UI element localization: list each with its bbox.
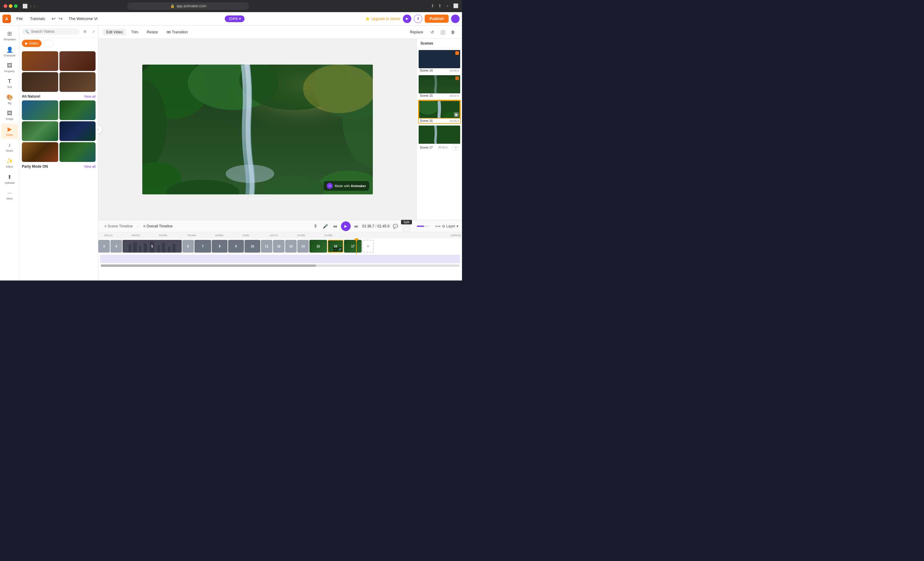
mic-icon[interactable]: 🎙 xyxy=(312,222,320,230)
clip-3[interactable]: 3 xyxy=(98,240,110,253)
clip-16[interactable]: ··· 🔗 16 xyxy=(328,240,344,253)
sidebar-item-music[interactable]: ♪ Music xyxy=(1,139,18,155)
clip-15[interactable]: 15 xyxy=(309,240,327,253)
clip-7[interactable]: 7 xyxy=(195,240,211,253)
zoom-slider[interactable] xyxy=(417,226,429,227)
scene-timeline-tab[interactable]: ≡ Scene Timeline xyxy=(102,223,135,230)
download-icon[interactable]: ⬇ xyxy=(431,3,434,9)
resize-btn[interactable]: Resize xyxy=(144,29,161,36)
list-item[interactable] xyxy=(60,121,96,141)
sidebar-item-uploads[interactable]: ⬆ Uploads xyxy=(1,171,18,187)
clip-5[interactable]: 5 xyxy=(123,240,182,253)
clip-13[interactable]: 13 xyxy=(285,240,297,253)
timeline-play-btn[interactable]: ▶ xyxy=(341,221,351,231)
skip-back-icon[interactable]: ⏮ xyxy=(331,222,339,230)
collapse-panel-btn[interactable]: ‹ xyxy=(98,126,102,133)
new-tab-icon[interactable]: ＋ xyxy=(446,3,450,9)
file-menu[interactable]: File xyxy=(14,15,26,22)
forward-icon[interactable]: › xyxy=(34,4,36,9)
sidebar-item-image[interactable]: 🖼 Image xyxy=(1,108,18,123)
skip-forward-icon[interactable]: ⏭ xyxy=(352,222,360,230)
sidebar-item-templates[interactable]: ⊞ Templates xyxy=(1,28,18,43)
upgrade-button[interactable]: ⭐ Upgrade to starter xyxy=(365,17,400,21)
list-item[interactable] xyxy=(60,100,96,120)
list-item[interactable] xyxy=(60,142,96,162)
share-button[interactable]: ⬆ xyxy=(414,15,422,23)
sidebar-item-bg[interactable]: 🎨 Bg xyxy=(1,91,18,107)
back-icon[interactable]: ‹ xyxy=(30,4,32,9)
sidebar-item-more[interactable]: ··· More xyxy=(1,187,18,203)
transition-btn[interactable]: Transition xyxy=(164,29,191,36)
video-tab-stock[interactable]: ▶ Video xyxy=(22,40,42,47)
layer-control[interactable]: ⧉ Layer ▾ xyxy=(442,224,458,228)
fit-icon[interactable]: ⟺ xyxy=(435,224,441,228)
list-item[interactable] xyxy=(22,72,58,92)
clip-9[interactable]: 9 xyxy=(228,240,244,253)
zoom-control[interactable]: 104% ▾ xyxy=(225,15,244,22)
list-item[interactable] xyxy=(60,51,96,71)
canvas-video[interactable]: A Made with Animaker xyxy=(142,64,373,194)
chat-icon[interactable]: 💬 xyxy=(392,222,399,230)
clip-17[interactable]: 17 xyxy=(344,240,362,253)
extensions-icon[interactable]: ⬜ xyxy=(453,3,458,9)
publish-button[interactable]: Publish xyxy=(425,15,448,23)
refresh-icon[interactable]: ↺ xyxy=(428,28,436,36)
tutorials-menu[interactable]: Tutorials xyxy=(27,15,48,22)
clip-14[interactable]: 14 xyxy=(297,240,309,253)
undo-btn[interactable]: ↩ xyxy=(50,15,57,23)
address-bar[interactable]: 🔒 app.animaker.com xyxy=(128,2,249,10)
clip-8[interactable]: 8 xyxy=(212,240,228,253)
clip-12[interactable]: 12 xyxy=(273,240,285,253)
split-btn[interactable]: ✂ xyxy=(403,225,410,232)
trim-btn[interactable]: Trim xyxy=(128,29,142,36)
sidebar-item-text[interactable]: T Text xyxy=(1,76,18,91)
filter-icon[interactable]: ⚙ xyxy=(81,28,88,35)
add-scene-btn[interactable]: + xyxy=(453,144,459,150)
share-icon[interactable]: ⬆ xyxy=(438,3,442,9)
list-item[interactable] xyxy=(60,72,96,92)
list-item[interactable] xyxy=(22,100,58,120)
sidebar-toggle-icon[interactable]: ⬜ xyxy=(22,4,28,9)
delete-icon[interactable]: 🗑 xyxy=(448,28,457,36)
list-item[interactable] xyxy=(22,51,58,71)
clip-6[interactable]: 6 xyxy=(182,240,194,253)
clip-16-link[interactable]: 🔗 xyxy=(338,247,342,251)
nature-view-all[interactable]: View all xyxy=(84,94,96,98)
edit-video-btn[interactable]: Edit Video xyxy=(103,29,126,36)
scene-item-15[interactable]: Scene 15 00:07.9 xyxy=(418,75,461,99)
fullscreen-dot[interactable] xyxy=(14,4,18,8)
sidebar-item-video[interactable]: ▶ Video xyxy=(1,123,18,139)
sidebar-item-effect[interactable]: ✨ Effect xyxy=(1,155,18,171)
zoom-in-icon[interactable]: ＋ xyxy=(430,224,434,228)
timeline-scrollbar[interactable] xyxy=(101,265,460,267)
add-clip-btn[interactable]: + xyxy=(362,240,374,253)
minimize-dot[interactable] xyxy=(9,4,12,8)
list-item[interactable] xyxy=(22,121,58,141)
project-title[interactable]: The Welcome Vi xyxy=(69,16,98,21)
party-view-all[interactable]: View all xyxy=(84,165,96,168)
video-tab-upload[interactable]: ☁ xyxy=(44,40,54,47)
close-dot[interactable] xyxy=(4,4,7,8)
scene-item-17[interactable]: Scene 17 00:06.3 + xyxy=(418,125,461,152)
redo-btn[interactable]: ↪ xyxy=(57,15,64,23)
music-label: Music xyxy=(6,149,14,152)
user-avatar[interactable] xyxy=(451,15,460,23)
replace-btn[interactable]: Replace xyxy=(407,29,426,36)
scene-item-14[interactable]: Scene 14 00:06.5 xyxy=(418,49,461,73)
clip-4[interactable]: 4 xyxy=(110,240,122,253)
audio-input-icon[interactable]: 🎤 xyxy=(321,222,329,230)
zoom-out-icon[interactable]: − xyxy=(414,224,416,228)
clip-10[interactable]: 10 xyxy=(244,240,260,253)
fullscreen-icon[interactable]: ⤢ xyxy=(90,28,97,35)
sidebar-item-property[interactable]: 🖼 Property xyxy=(1,60,18,75)
sidebar-item-character[interactable]: 👤 Character xyxy=(1,44,18,60)
scene-item-16[interactable]: ⬜ Scene 16 00:05.8 xyxy=(418,100,461,124)
list-item[interactable] xyxy=(22,142,58,162)
more-icon: ··· xyxy=(7,190,12,196)
preview-play-button[interactable]: ▶ xyxy=(403,15,411,23)
overall-timeline-tab[interactable]: ≡ Overall Timeline xyxy=(141,223,175,230)
animaker-logo-icon: A xyxy=(327,183,333,189)
clip-11[interactable]: 11 xyxy=(261,240,272,253)
search-input[interactable] xyxy=(31,29,76,34)
split-view-icon[interactable]: ⬜ xyxy=(438,28,447,36)
